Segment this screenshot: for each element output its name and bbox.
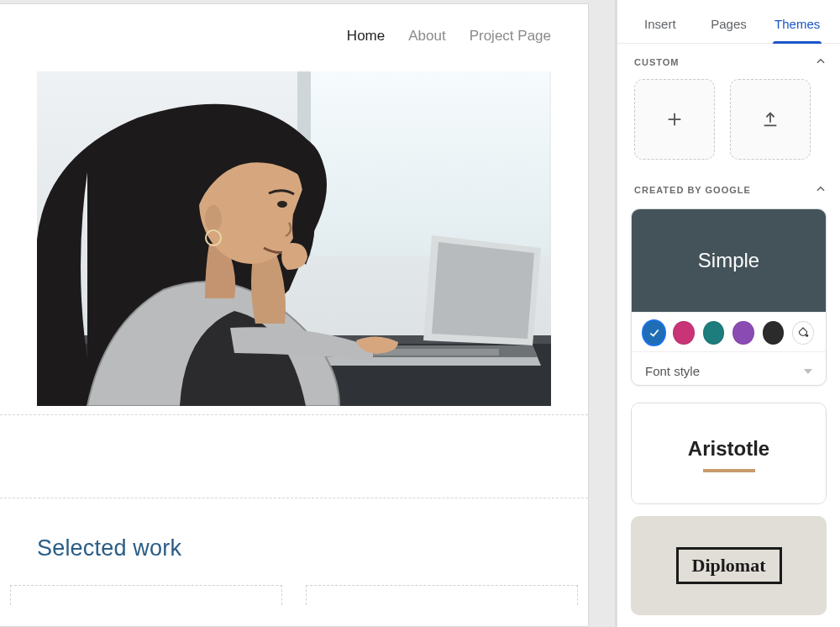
custom-color-button[interactable] [792, 321, 814, 345]
chevron-up-icon [815, 183, 827, 197]
check-icon [648, 327, 660, 339]
right-sidebar: Insert Pages Themes CUSTOM CREATED BY GO… [617, 0, 840, 627]
placeholder-box[interactable] [306, 585, 578, 605]
nav-link-about[interactable]: About [408, 28, 445, 45]
chevron-up-icon [815, 55, 827, 69]
new-theme-button[interactable] [634, 79, 715, 160]
accent-underline [703, 469, 755, 472]
theme-name: Simple [698, 249, 759, 272]
upload-icon [761, 110, 780, 129]
paint-drop-icon [796, 326, 810, 340]
sidebar-tabs: Insert Pages Themes [617, 0, 840, 44]
theme-preview: Diplomat [676, 547, 782, 584]
tab-insert[interactable]: Insert [626, 17, 695, 43]
nav-link-home[interactable]: Home [347, 28, 385, 45]
import-theme-button[interactable] [730, 79, 811, 160]
theme-name: Aristotle [688, 437, 769, 461]
color-swatch[interactable] [732, 321, 753, 345]
color-swatch-row [632, 312, 826, 351]
canvas-area: Home About Project Page [0, 0, 615, 627]
color-swatch[interactable] [643, 321, 664, 345]
theme-name: Diplomat [692, 555, 766, 576]
section-label: CUSTOM [634, 57, 679, 67]
custom-theme-row [617, 76, 840, 171]
theme-card-diplomat[interactable]: Diplomat [631, 516, 827, 615]
svg-point-11 [205, 205, 222, 232]
site-top-nav: Home About Project Page [0, 4, 588, 51]
selected-work-heading[interactable]: Selected work [37, 535, 551, 561]
section-head-google[interactable]: CREATED BY GOOGLE [617, 171, 840, 203]
theme-card-aristotle[interactable]: Aristotle [631, 403, 827, 503]
placeholder-row[interactable] [0, 414, 588, 498]
nav-link-project[interactable]: Project Page [470, 28, 551, 45]
content-placeholders [0, 585, 588, 605]
font-style-label: Font style [645, 364, 700, 378]
theme-card-simple[interactable]: Simple Font style [631, 208, 827, 386]
page-frame: Home About Project Page [0, 4, 588, 626]
font-style-dropdown[interactable]: Font style [632, 351, 826, 386]
color-swatch[interactable] [673, 321, 694, 345]
svg-point-18 [806, 335, 808, 337]
tab-themes[interactable]: Themes [763, 17, 832, 43]
svg-rect-1 [297, 71, 549, 256]
tab-pages[interactable]: Pages [695, 17, 764, 43]
svg-point-13 [277, 201, 287, 208]
selected-work-section: Selected work [0, 498, 588, 585]
dropdown-caret-icon [804, 369, 812, 374]
color-swatch[interactable] [763, 321, 784, 345]
svg-marker-8 [432, 242, 534, 339]
placeholder-box[interactable] [10, 585, 282, 605]
theme-preview: Simple [632, 209, 826, 312]
plus-icon [665, 110, 684, 129]
section-label: CREATED BY GOOGLE [634, 185, 751, 195]
hero-image[interactable] [37, 71, 551, 406]
color-swatch[interactable] [703, 321, 724, 345]
section-head-custom[interactable]: CUSTOM [617, 44, 840, 76]
theme-preview: Aristotle [632, 403, 826, 503]
